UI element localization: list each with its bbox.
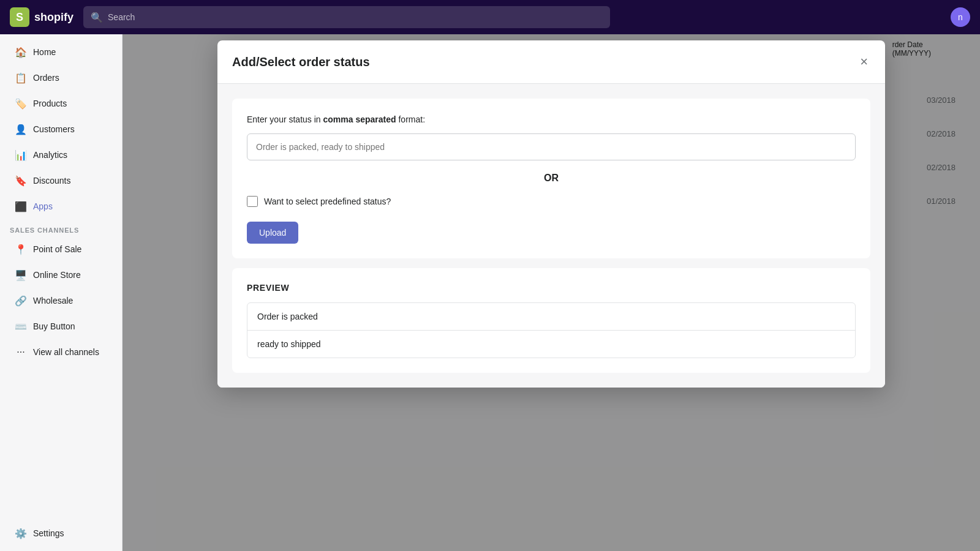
orders-icon: 📋 (15, 72, 27, 84)
modal-overlay: Add/Select order status × Enter your sta… (123, 34, 980, 551)
sidebar-item-pos[interactable]: 📍 Point of Sale (5, 237, 117, 261)
preview-row-0: Order is packed (247, 303, 855, 331)
topbar-right: n (951, 7, 970, 27)
modal-body: Enter your status in comma separated for… (217, 84, 885, 388)
preview-section: PREVIEW Order is packed ready to shipped (232, 268, 870, 373)
sidebar-label-apps: Apps (33, 201, 53, 211)
sidebar-label-orders: Orders (33, 73, 59, 83)
sidebar-item-settings[interactable]: ⚙️ Settings (5, 521, 117, 545)
preview-title: PREVIEW (247, 283, 856, 293)
form-label-bold: comma separated (323, 114, 396, 124)
form-label: Enter your status in comma separated for… (247, 113, 856, 126)
sidebar-label-view-all: View all channels (33, 347, 99, 357)
shopify-logo-text: shopify (34, 11, 74, 24)
online-store-icon: 🖥️ (15, 269, 27, 281)
sales-channels-label: SALES CHANNELS (0, 219, 122, 236)
sidebar-label-wholesale: Wholesale (33, 296, 73, 305)
sidebar-label-customers: Customers (33, 124, 75, 134)
home-icon: 🏠 (15, 46, 27, 58)
sidebar: 🏠 Home 📋 Orders 🏷️ Products 👤 Customers … (0, 34, 123, 551)
products-icon: 🏷️ (15, 97, 27, 110)
main-layout: 🏠 Home 📋 Orders 🏷️ Products 👤 Customers … (0, 34, 980, 551)
sidebar-label-online-store: Online Store (33, 270, 81, 280)
analytics-icon: 📊 (15, 149, 27, 161)
settings-icon: ⚙️ (15, 527, 27, 539)
customers-icon: 👤 (15, 123, 27, 135)
content-area: rder Date(MM/YYYY) 03/2018 02/2018 02/20… (123, 34, 980, 551)
buy-button-icon: ⌨️ (15, 320, 27, 332)
sidebar-item-analytics[interactable]: 📊 Analytics (5, 143, 117, 167)
sidebar-label-home: Home (33, 47, 56, 57)
status-input[interactable] (247, 133, 856, 160)
upload-button[interactable]: Upload (247, 222, 298, 244)
or-divider: OR (247, 173, 856, 184)
preview-table: Order is packed ready to shipped (247, 302, 856, 358)
modal-title: Add/Select order status (232, 55, 370, 69)
form-section: Enter your status in comma separated for… (232, 99, 870, 258)
sidebar-item-apps[interactable]: ⬛ Apps (5, 194, 117, 219)
search-bar[interactable]: 🔍 (83, 6, 610, 28)
form-label-suffix: format: (396, 114, 425, 124)
sidebar-label-pos: Point of Sale (33, 244, 81, 254)
shopify-logo[interactable]: S shopify (10, 7, 74, 27)
modal-close-button[interactable]: × (858, 53, 870, 71)
sidebar-item-products[interactable]: 🏷️ Products (5, 91, 117, 116)
sidebar-label-analytics: Analytics (33, 150, 67, 160)
sidebar-item-wholesale[interactable]: 🔗 Wholesale (5, 288, 117, 313)
sidebar-item-buy-button[interactable]: ⌨️ Buy Button (5, 314, 117, 339)
sidebar-label-settings: Settings (33, 528, 64, 538)
sidebar-label-products: Products (33, 99, 67, 108)
sidebar-item-online-store[interactable]: 🖥️ Online Store (5, 263, 117, 287)
view-all-icon: ··· (15, 346, 27, 358)
discounts-icon: 🔖 (15, 174, 27, 187)
sidebar-label-discounts: Discounts (33, 176, 70, 186)
form-label-prefix: Enter your status in (247, 114, 323, 124)
sidebar-item-orders[interactable]: 📋 Orders (5, 66, 117, 90)
predefined-status-checkbox[interactable] (247, 196, 258, 207)
sidebar-item-view-all-channels[interactable]: ··· View all channels (5, 340, 117, 364)
checkbox-row: Want to select predefined status? (247, 196, 856, 207)
modal: Add/Select order status × Enter your sta… (217, 40, 885, 388)
sidebar-item-home[interactable]: 🏠 Home (5, 40, 117, 64)
avatar: n (951, 7, 970, 27)
sidebar-item-customers[interactable]: 👤 Customers (5, 117, 117, 141)
preview-row-1: ready to shipped (247, 331, 855, 358)
wholesale-icon: 🔗 (15, 294, 27, 307)
sidebar-label-buy-button: Buy Button (33, 321, 75, 331)
sidebar-item-discounts[interactable]: 🔖 Discounts (5, 168, 117, 193)
checkbox-label: Want to select predefined status? (264, 197, 391, 206)
modal-header: Add/Select order status × (217, 40, 885, 84)
topbar: S shopify 🔍 n (0, 0, 980, 34)
search-icon: 🔍 (91, 12, 103, 23)
shopify-logo-icon: S (10, 7, 29, 27)
apps-icon: ⬛ (15, 200, 27, 212)
pos-icon: 📍 (15, 243, 27, 255)
search-input[interactable] (108, 12, 603, 22)
